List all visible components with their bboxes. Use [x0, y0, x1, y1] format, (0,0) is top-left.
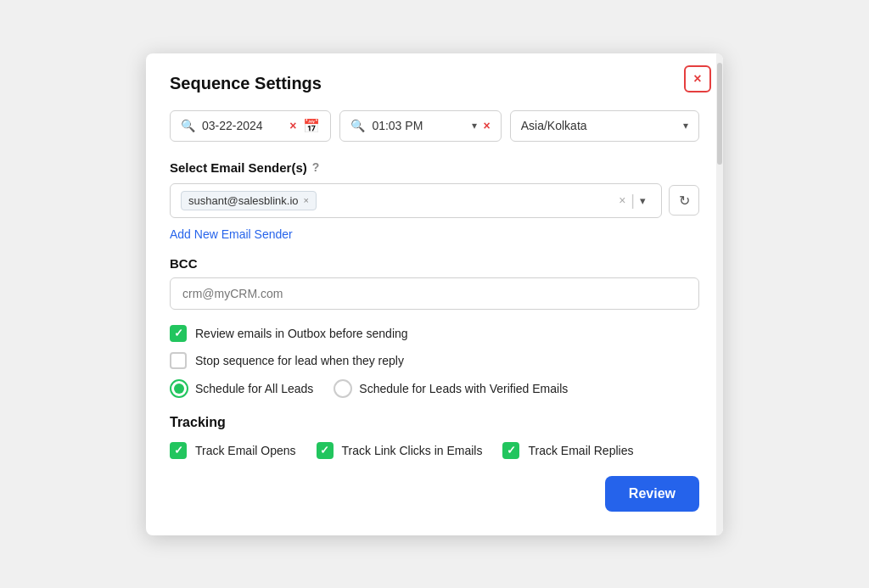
time-value: 01:03 PM	[372, 119, 464, 132]
track-replies-label: Track Email Replies	[528, 444, 633, 457]
email-tag-close[interactable]: ×	[304, 195, 309, 205]
add-new-email-sender-link[interactable]: Add New Email Sender	[170, 227, 293, 241]
scrollbar-thumb[interactable]	[717, 63, 722, 165]
email-tag-value: sushant@salesblink.io	[188, 194, 299, 207]
help-icon[interactable]: ?	[312, 160, 320, 174]
date-clear-icon[interactable]: ×	[289, 119, 296, 132]
track-opens-label: Track Email Opens	[195, 444, 296, 457]
tracking-item-replies: Track Email Replies	[502, 442, 633, 459]
checkbox-stop-sequence[interactable]	[170, 352, 187, 369]
radio-all-leads-label: Schedule for All Leads	[195, 382, 313, 395]
refresh-icon: ↻	[679, 193, 690, 209]
checkbox-review-emails[interactable]	[170, 325, 187, 342]
time-search-icon: 🔍	[350, 119, 365, 132]
radio-verified-emails[interactable]	[334, 379, 352, 398]
radio-item-all-leads: Schedule for All Leads	[170, 379, 313, 398]
checkbox-row-review: Review emails in Outbox before sending	[170, 325, 699, 342]
select-clear-icon[interactable]: ×	[614, 193, 631, 207]
sequence-settings-modal: Sequence Settings × 🔍 03-22-2024 × 📅 🔍 0…	[146, 53, 723, 535]
checkbox-track-clicks[interactable]	[317, 442, 334, 459]
refresh-button[interactable]: ↻	[669, 185, 699, 216]
scrollbar-track	[716, 53, 723, 535]
track-clicks-label: Track Link Clicks in Emails	[342, 444, 483, 457]
bcc-input[interactable]	[170, 277, 699, 310]
select-dropdown-icon[interactable]: ▾	[635, 194, 651, 207]
checkbox-track-opens[interactable]	[170, 442, 187, 459]
date-field[interactable]: 🔍 03-22-2024 × 📅	[170, 110, 331, 142]
top-row-filters: 🔍 03-22-2024 × 📅 🔍 01:03 PM ▾ × Asia/Kol…	[170, 110, 699, 142]
checkbox-stop-sequence-label: Stop sequence for lead when they reply	[195, 354, 404, 367]
review-button[interactable]: Review	[605, 476, 699, 512]
date-value: 03-22-2024	[202, 119, 283, 132]
time-chevron-icon[interactable]: ▾	[472, 120, 477, 132]
checkbox-row-stop: Stop sequence for lead when they reply	[170, 352, 699, 369]
time-field[interactable]: 🔍 01:03 PM ▾ ×	[339, 110, 501, 142]
timezone-value: Asia/Kolkata	[521, 119, 676, 132]
radio-verified-emails-label: Schedule for Leads with Verified Emails	[359, 382, 568, 395]
tracking-item-clicks: Track Link Clicks in Emails	[317, 442, 483, 459]
close-button[interactable]: ×	[684, 65, 711, 92]
tracking-title: Tracking	[170, 415, 699, 430]
email-tag: sushant@salesblink.io ×	[181, 191, 317, 210]
time-clear-icon[interactable]: ×	[484, 119, 491, 132]
bcc-label: BCC	[170, 256, 699, 271]
email-sender-select[interactable]: sushant@salesblink.io × × | ▾	[170, 183, 662, 218]
checkbox-track-replies[interactable]	[502, 442, 519, 459]
timezone-chevron-icon[interactable]: ▾	[683, 120, 688, 132]
radio-row: Schedule for All Leads Schedule for Lead…	[170, 379, 699, 398]
modal-footer: Review	[170, 476, 699, 512]
email-sender-section-label: Select Email Sender(s) ?	[170, 160, 699, 175]
radio-all-leads[interactable]	[170, 379, 188, 398]
timezone-field[interactable]: Asia/Kolkata ▾	[510, 110, 699, 142]
date-search-icon: 🔍	[181, 119, 195, 132]
select-actions: × | ▾	[614, 193, 651, 208]
modal-title: Sequence Settings	[170, 74, 699, 93]
tracking-row: Track Email Opens Track Link Clicks in E…	[170, 442, 699, 459]
calendar-icon[interactable]: 📅	[303, 118, 320, 134]
tracking-item-opens: Track Email Opens	[170, 442, 296, 459]
email-sender-row: sushant@salesblink.io × × | ▾ ↻	[170, 183, 699, 218]
radio-item-verified-emails: Schedule for Leads with Verified Emails	[334, 379, 568, 398]
checkbox-review-emails-label: Review emails in Outbox before sending	[195, 327, 408, 340]
